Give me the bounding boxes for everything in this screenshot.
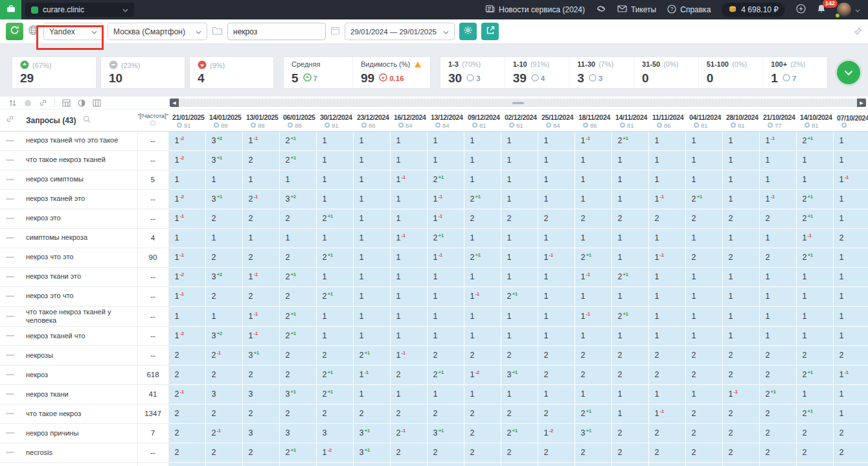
row-drag-handle[interactable]: [0, 209, 19, 228]
position-cell[interactable]: 1: [168, 228, 205, 248]
position-cell[interactable]: 1-1: [722, 384, 759, 404]
position-cell[interactable]: 3+1: [501, 365, 538, 384]
position-cell[interactable]: 2: [833, 423, 868, 443]
position-cell[interactable]: 1: [759, 228, 796, 248]
position-cell[interactable]: 1: [796, 150, 833, 170]
date-column-header[interactable]: 25/11/202484: [538, 110, 575, 131]
position-cell[interactable]: 2: [242, 404, 279, 423]
position-cell[interactable]: 2+1: [464, 189, 501, 209]
position-cell[interactable]: 1-1: [538, 248, 575, 267]
position-cell[interactable]: 1: [833, 404, 868, 423]
position-cell[interactable]: 2: [648, 443, 685, 462]
position-cell[interactable]: 1: [648, 131, 685, 150]
position-cell[interactable]: 2: [759, 345, 796, 365]
position-cell[interactable]: 3+1: [242, 345, 279, 365]
query-cell[interactable]: некроз что это: [19, 248, 137, 267]
position-cell[interactable]: 2: [279, 365, 316, 384]
position-cell[interactable]: 1-2: [168, 131, 205, 150]
position-cell[interactable]: 1: [205, 306, 242, 326]
position-cell[interactable]: 1: [722, 228, 759, 248]
position-cell[interactable]: [538, 462, 575, 466]
position-cell[interactable]: 2: [685, 248, 722, 267]
position-cell[interactable]: 1-1: [759, 189, 796, 209]
refresh-button[interactable]: [6, 23, 23, 40]
position-cell[interactable]: 2: [168, 423, 205, 443]
position-cell[interactable]: 2: [538, 345, 575, 365]
row-drag-handle[interactable]: [0, 384, 19, 404]
position-cell[interactable]: 2+1: [796, 189, 833, 209]
position-cell[interactable]: 1: [464, 170, 501, 189]
query-cell[interactable]: что такое некроз: [19, 404, 137, 423]
columns-icon[interactable]: [93, 99, 101, 107]
position-cell[interactable]: 1: [353, 286, 390, 306]
position-cell[interactable]: 1-1: [242, 306, 279, 326]
position-cell[interactable]: [390, 462, 427, 466]
date-column-header[interactable]: 13/01/202588: [242, 110, 279, 131]
position-cell[interactable]: 2: [427, 404, 464, 423]
date-column-header[interactable]: 21/01/202591: [168, 110, 205, 131]
search-engine-select[interactable]: Yandex: [43, 23, 103, 40]
position-cell[interactable]: 1-1: [427, 209, 464, 228]
position-cell[interactable]: 2: [575, 345, 611, 365]
date-column-header[interactable]: 13/12/202484: [427, 110, 464, 131]
position-cell[interactable]: 1: [316, 189, 353, 209]
position-cell[interactable]: 1: [648, 170, 685, 189]
position-cell[interactable]: 2: [796, 443, 833, 462]
position-cell[interactable]: 1: [722, 286, 759, 306]
position-cell[interactable]: 1-1: [648, 248, 685, 267]
position-cell[interactable]: 2: [611, 345, 648, 365]
position-cell[interactable]: 2: [464, 404, 501, 423]
pin-toolbar-button[interactable]: [854, 26, 862, 38]
position-cell[interactable]: 1: [501, 384, 538, 404]
query-cell[interactable]: некроз тканей что это такое: [19, 131, 137, 150]
position-cell[interactable]: 1: [390, 384, 427, 404]
query-cell[interactable]: некроз ткани: [19, 384, 137, 404]
date-column-header[interactable]: 16/12/202484: [390, 110, 427, 131]
position-cell[interactable]: [796, 462, 833, 466]
position-cell[interactable]: 1: [242, 170, 279, 189]
position-cell[interactable]: 2: [722, 345, 759, 365]
position-cell[interactable]: 2: [796, 345, 833, 365]
position-cell[interactable]: 1: [390, 189, 427, 209]
position-cell[interactable]: 3: [279, 423, 316, 443]
position-cell[interactable]: 3+1: [575, 423, 611, 443]
position-cell[interactable]: 1-1: [648, 189, 685, 209]
position-cell[interactable]: 1: [501, 131, 538, 150]
position-cell[interactable]: 1: [427, 150, 464, 170]
date-column-header[interactable]: 04/11/202481: [685, 110, 722, 131]
position-cell[interactable]: 1: [538, 170, 575, 189]
position-cell[interactable]: 1: [464, 306, 501, 326]
position-cell[interactable]: 1: [390, 326, 427, 345]
position-cell[interactable]: 1: [353, 209, 390, 228]
position-cell[interactable]: [685, 462, 722, 466]
position-cell[interactable]: 1-1: [796, 228, 833, 248]
position-cell[interactable]: 1: [648, 286, 685, 306]
position-cell[interactable]: 2: [611, 423, 648, 443]
position-cell[interactable]: 1: [575, 286, 611, 306]
query-cell[interactable]: некроз это что: [19, 286, 137, 306]
position-cell[interactable]: 1: [390, 306, 427, 326]
position-cell[interactable]: 1-2: [168, 267, 205, 286]
position-cell[interactable]: [242, 462, 279, 466]
row-drag-handle[interactable]: [0, 404, 19, 423]
position-cell[interactable]: 1: [685, 150, 722, 170]
query-cell[interactable]: некрозы: [19, 345, 137, 365]
queries-column-header[interactable]: Запросы (43): [19, 110, 137, 131]
position-cell[interactable]: 2: [390, 365, 427, 384]
position-cell[interactable]: 1: [833, 248, 868, 267]
position-cell[interactable]: 1: [759, 306, 796, 326]
position-cell[interactable]: 1: [685, 326, 722, 345]
position-cell[interactable]: 2+1: [501, 286, 538, 306]
contrast-icon[interactable]: [78, 99, 86, 107]
position-cell[interactable]: 3+2: [205, 267, 242, 286]
position-cell[interactable]: 1: [353, 150, 390, 170]
position-cell[interactable]: 2: [353, 404, 390, 423]
position-cell[interactable]: 1: [575, 189, 611, 209]
position-cell[interactable]: 1: [353, 228, 390, 248]
position-cell[interactable]: 1-1: [242, 326, 279, 345]
position-cell[interactable]: 1: [648, 228, 685, 248]
position-cell[interactable]: 1: [722, 306, 759, 326]
query-cell[interactable]: некроз ткани это: [19, 267, 137, 286]
groups-folder-button[interactable]: [212, 26, 223, 38]
position-cell[interactable]: 2+1: [611, 306, 648, 326]
